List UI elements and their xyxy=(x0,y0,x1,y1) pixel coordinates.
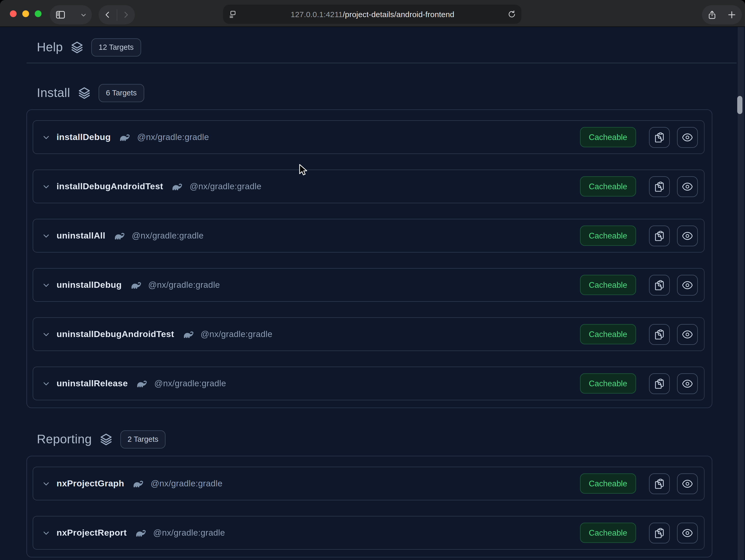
gradle-elephant-icon xyxy=(129,279,141,291)
clipboard-copy-icon xyxy=(654,478,665,489)
url-path: /project-details/android-frontend xyxy=(343,10,454,19)
tab-group-chevron-icon[interactable] xyxy=(80,12,87,18)
target-row[interactable]: uninstallDebug @nx/gradle:gradle Cacheab… xyxy=(33,268,705,302)
target-runner: @nx/gradle:gradle xyxy=(190,181,261,191)
chevron-down-icon[interactable] xyxy=(42,182,50,190)
browser-window: 127.0.0.1:4211/project-details/android-f… xyxy=(0,0,745,560)
target-name: nxProjectGraph xyxy=(57,478,124,489)
chevron-down-icon[interactable] xyxy=(42,379,50,388)
copy-target-button[interactable] xyxy=(649,522,670,543)
minimize-button[interactable] xyxy=(22,10,29,17)
cacheable-badge: Cacheable xyxy=(580,474,636,494)
clipboard-copy-icon xyxy=(654,181,665,192)
close-button[interactable] xyxy=(10,10,17,17)
gradle-elephant-icon xyxy=(136,378,148,389)
eye-icon xyxy=(682,279,693,291)
sidebar-toggle-group xyxy=(50,5,92,24)
share-button[interactable] xyxy=(707,10,717,20)
new-tab-button[interactable] xyxy=(727,10,737,20)
eye-icon xyxy=(682,478,693,489)
nav-separator xyxy=(117,9,117,21)
chevron-down-icon[interactable] xyxy=(42,281,50,289)
target-list: nxProjectGraph @nx/gradle:gradle Cacheab… xyxy=(27,456,712,557)
url-host: 127.0.0.1:4211 xyxy=(291,10,343,19)
cacheable-badge: Cacheable xyxy=(580,275,636,295)
screen: 127.0.0.1:4211/project-details/android-f… xyxy=(0,0,745,560)
target-count-badge: 6 Targets xyxy=(99,84,144,102)
copy-target-button[interactable] xyxy=(649,275,670,295)
target-row[interactable]: installDebug @nx/gradle:gradle Cacheable xyxy=(33,120,705,154)
copy-target-button[interactable] xyxy=(649,176,670,197)
browser-toolbar: 127.0.0.1:4211/project-details/android-f… xyxy=(0,0,745,27)
eye-icon xyxy=(682,230,693,241)
layers-icon xyxy=(70,40,84,54)
target-group-section: Help 12 Targets xyxy=(0,38,745,63)
target-name: uninstallAll xyxy=(57,231,105,241)
scrollbar-thumb[interactable] xyxy=(737,96,742,114)
target-name: installDebug xyxy=(57,132,111,142)
gradle-elephant-icon xyxy=(113,230,125,242)
view-target-button[interactable] xyxy=(677,522,698,543)
target-runner: @nx/gradle:gradle xyxy=(200,329,272,339)
section-heading: Reporting 2 Targets xyxy=(37,430,745,449)
view-target-button[interactable] xyxy=(677,324,698,345)
view-target-button[interactable] xyxy=(677,275,698,295)
back-button[interactable] xyxy=(103,10,112,19)
address-bar[interactable]: 127.0.0.1:4211/project-details/android-f… xyxy=(223,5,521,24)
clipboard-copy-icon xyxy=(654,132,665,143)
scrollbar-track[interactable] xyxy=(738,27,744,560)
url-text[interactable]: 127.0.0.1:4211/project-details/android-f… xyxy=(237,10,508,19)
page-settings-icon[interactable] xyxy=(228,10,237,19)
target-runner: @nx/gradle:gradle xyxy=(148,280,220,290)
target-name: uninstallDebug xyxy=(57,280,122,290)
reload-button[interactable] xyxy=(508,10,516,19)
target-name: uninstallDebugAndroidTest xyxy=(57,329,174,339)
target-row[interactable]: uninstallAll @nx/gradle:gradle Cacheable xyxy=(33,219,705,252)
copy-target-button[interactable] xyxy=(649,373,670,394)
chevron-down-icon[interactable] xyxy=(42,529,50,537)
target-row[interactable]: installDebugAndroidTest @nx/gradle:gradl… xyxy=(33,170,705,203)
target-list: installDebug @nx/gradle:gradle Cacheable xyxy=(27,109,712,408)
clipboard-copy-icon xyxy=(654,527,665,538)
copy-target-button[interactable] xyxy=(649,225,670,246)
page-content: Help 12 Targets Install 6 xyxy=(0,27,745,560)
chevron-down-icon[interactable] xyxy=(42,232,50,240)
forward-button[interactable] xyxy=(121,10,130,19)
target-runner: @nx/gradle:gradle xyxy=(137,132,209,142)
copy-target-button[interactable] xyxy=(649,324,670,345)
clipboard-copy-icon xyxy=(654,328,665,340)
target-runner: @nx/gradle:gradle xyxy=(154,379,226,388)
view-target-button[interactable] xyxy=(677,473,698,494)
target-row[interactable]: uninstallRelease @nx/gradle:gradle Cache… xyxy=(33,366,705,400)
window-controls xyxy=(10,10,41,17)
view-target-button[interactable] xyxy=(677,373,698,394)
target-row[interactable]: nxProjectGraph @nx/gradle:gradle Cacheab… xyxy=(33,467,705,500)
zoom-button[interactable] xyxy=(35,10,41,17)
gradle-elephant-icon xyxy=(171,180,183,193)
gradle-elephant-icon xyxy=(119,131,130,143)
section-title: Help xyxy=(37,40,63,55)
target-row[interactable]: nxProjectReport @nx/gradle:gradle Cachea… xyxy=(33,516,705,550)
chevron-down-icon[interactable] xyxy=(42,330,50,338)
section-heading: Install 6 Targets xyxy=(37,83,745,102)
copy-target-button[interactable] xyxy=(649,473,670,494)
target-row[interactable]: uninstallDebugAndroidTest @nx/gradle:gra… xyxy=(33,317,705,351)
view-target-button[interactable] xyxy=(677,225,698,246)
copy-target-button[interactable] xyxy=(649,127,670,147)
chevron-down-icon[interactable] xyxy=(42,133,50,141)
section-title: Install xyxy=(37,85,70,100)
cacheable-badge: Cacheable xyxy=(580,127,636,147)
nav-buttons-group xyxy=(99,5,135,24)
sidebar-toggle-icon[interactable] xyxy=(55,9,66,20)
target-groups: Help 12 Targets Install 6 xyxy=(0,38,745,557)
view-target-button[interactable] xyxy=(677,176,698,197)
target-name: uninstallRelease xyxy=(57,378,128,389)
target-runner: @nx/gradle:gradle xyxy=(153,528,225,538)
target-group-section: Install 6 Targets installDebug xyxy=(0,83,745,408)
view-target-button[interactable] xyxy=(677,127,698,147)
eye-icon xyxy=(682,181,693,192)
layers-icon xyxy=(77,86,91,100)
chevron-down-icon[interactable] xyxy=(42,479,50,488)
clipboard-copy-icon xyxy=(654,279,665,291)
target-runner: @nx/gradle:gradle xyxy=(151,479,223,488)
